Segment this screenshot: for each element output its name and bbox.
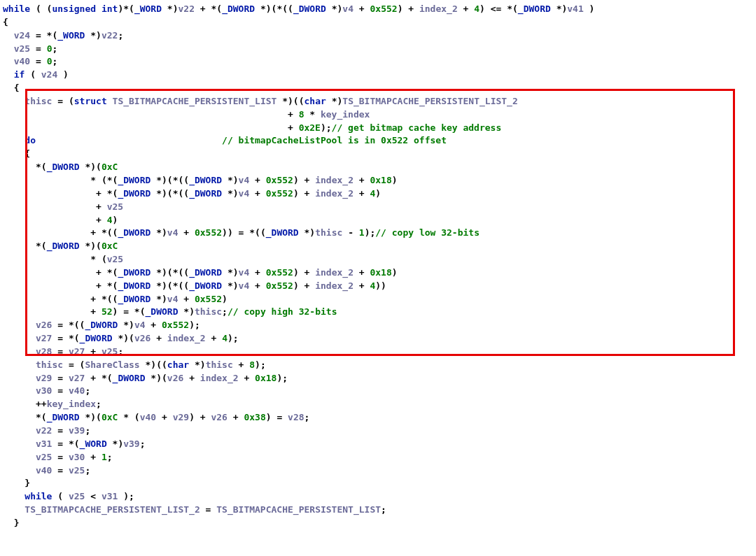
code-line: } (3, 478, 30, 488)
code-line: v40 = v25; (3, 465, 90, 476)
code-line: { (3, 83, 19, 93)
code-line: v31 = *(_WORD *)v39; (3, 439, 146, 449)
code-line: { (3, 148, 30, 159)
code-line: *(_DWORD *)(0xC (3, 162, 118, 172)
code-line: v27 = *(_DWORD *)(v26 + index_2 + 4); (3, 333, 239, 343)
decompiled-code-block: while ( (unsigned int)*(_WORD *)v22 + *(… (0, 0, 756, 530)
code-line: + *(_DWORD *)(*((_DWORD *)v4 + 0x552) + … (3, 280, 386, 291)
code-line: * (v25 (3, 254, 123, 264)
code-line: v25 = v30 + 1; (3, 452, 113, 462)
code-viewport: while ( (unsigned int)*(_WORD *)v22 + *(… (0, 0, 756, 530)
code-line: do // bitmapCacheListPool is in 0x522 of… (3, 135, 447, 145)
code-line: v29 = v27 + *(_DWORD *)(v26 + index_2 + … (3, 373, 288, 383)
code-line: ++key_index; (3, 399, 102, 409)
code-line: + *((_DWORD *)v4 + 0x552) (3, 294, 227, 304)
code-line: v40 = 0; (3, 56, 57, 66)
code-line: + v25 (3, 201, 123, 212)
code-line: *(_DWORD *)(0xC (3, 241, 118, 251)
code-line: { (3, 17, 8, 27)
code-line: + 4) (3, 215, 118, 225)
code-line: v24 = *(_WORD *)v22; (3, 30, 123, 41)
code-line: + 0x2E);// get bitmap cache key address (3, 122, 501, 133)
code-line: *(_DWORD *)(0xC * (v40 + v29) + v26 + 0x… (3, 412, 309, 422)
code-line: if ( v24 ) (3, 69, 69, 80)
code-line: * (*(_DWORD *)(*((_DWORD *)v4 + 0x552) +… (3, 175, 398, 185)
code-line: thisc = (ShareClass *)((char *)thisc + 8… (3, 359, 266, 370)
code-line: while ( v25 < v31 ); (3, 491, 134, 501)
code-line: + *(_DWORD *)(*((_DWORD *)v4 + 0x552) + … (3, 188, 381, 199)
code-line: v30 = v40; (3, 385, 90, 396)
code-line: v22 = v39; (3, 425, 90, 436)
code-line: v28 = v27 + v25; (3, 346, 123, 357)
comment: // bitmapCacheListPool is in 0x522 offse… (222, 135, 447, 145)
comment: // copy high 32-bits (227, 306, 337, 317)
code-line: } (3, 518, 19, 528)
code-line: thisc = (struct TS_BITMAPCACHE_PERSISTEN… (3, 96, 518, 106)
comment: // copy low 32-bits (375, 227, 479, 238)
comment: // get bitmap cache key address (332, 122, 502, 133)
code-line: + 52) = *(_DWORD *)thisc;// copy high 32… (3, 306, 337, 317)
code-line: while ( (unsigned int)*(_WORD *)v22 + *(… (3, 3, 594, 14)
code-line: + *((_DWORD *)v4 + 0x552)) = *((_DWORD *… (3, 227, 479, 238)
code-line: v25 = 0; (3, 43, 57, 54)
code-line: v26 = *((_DWORD *)v4 + 0x552); (3, 320, 200, 330)
code-line: + *(_DWORD *)(*((_DWORD *)v4 + 0x552) + … (3, 267, 398, 278)
code-line: + 8 * key_index (3, 109, 370, 120)
code-line: TS_BITMAPCACHE_PERSISTENT_LIST_2 = TS_BI… (3, 504, 386, 515)
